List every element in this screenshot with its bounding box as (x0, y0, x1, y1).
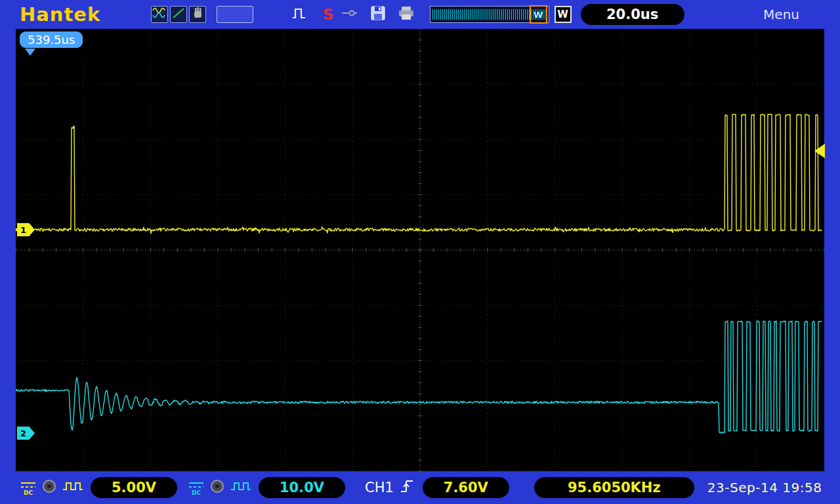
dual-wave-icon (152, 5, 167, 24)
ch2-scale-readout: 10.0V (259, 477, 345, 498)
printer-icon (397, 5, 415, 24)
ch2-squarewave-icon (230, 478, 252, 497)
ch2-coupling-label: DC (192, 490, 201, 495)
hand-button[interactable] (189, 6, 206, 23)
probe-button[interactable] (341, 7, 358, 22)
rising-edge-icon (399, 477, 416, 498)
brand-logo: Hantek (20, 3, 133, 26)
ch1-squarewave-icon (62, 478, 84, 497)
waveform-plot (16, 29, 824, 471)
ch1-coupling-icon: DC (18, 480, 38, 495)
ch1-bandwidth-icon (41, 478, 58, 497)
oscilloscope-ui: Hantek (0, 0, 840, 504)
empty-tool-slot[interactable] (217, 6, 253, 23)
probe-icon (341, 7, 358, 22)
menu-button[interactable]: Menu (763, 7, 799, 22)
print-button[interactable] (397, 5, 415, 24)
ch2-bandwidth-icon (209, 478, 226, 497)
pulse-button[interactable] (291, 5, 307, 24)
ramp-icon (171, 5, 186, 24)
trigger-source-label: CH1 (365, 480, 394, 495)
ch2-coupling-icon: DC (186, 480, 206, 495)
zoom-window-indicator[interactable]: W (530, 5, 547, 24)
trigger-level-readout: 7.60V (423, 477, 509, 498)
save-button[interactable] (369, 5, 387, 24)
delay-time-badge: 539.5us (20, 32, 83, 48)
single-trigger-indicator: S (323, 6, 334, 23)
trigger-position-arrow (25, 49, 35, 61)
status-bar: DC 5.00V DC (0, 471, 840, 504)
ramp-button[interactable] (170, 6, 187, 23)
hand-icon (190, 5, 205, 24)
frequency-counter-readout: 95.6050KHz (534, 477, 694, 498)
top-toolbar: Hantek (0, 0, 840, 29)
ch1-scale-readout: 5.00V (91, 477, 177, 498)
datetime-readout: 23-Sep-14 19:58 (707, 480, 822, 495)
floppy-icon (369, 5, 387, 24)
ch1-coupling-label: DC (24, 490, 33, 495)
pulse-icon (291, 5, 307, 24)
dual-wave-button[interactable] (151, 6, 168, 23)
waveform-preview[interactable]: W (430, 6, 549, 23)
scope-display: 539.5us 1 2 (16, 29, 824, 471)
window-mode-indicator: W (555, 6, 572, 23)
timebase-readout: 20.0us (581, 4, 684, 25)
